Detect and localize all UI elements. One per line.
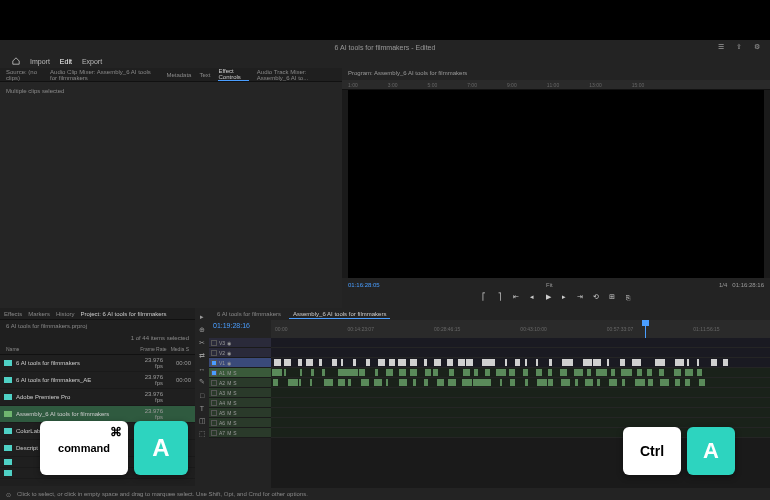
video-clip[interactable] [593, 359, 601, 366]
tab-history[interactable]: History [56, 311, 75, 317]
audio-clip[interactable] [697, 369, 703, 376]
track-toggle[interactable] [211, 410, 217, 416]
tool-1[interactable]: ⊕ [197, 325, 207, 335]
goto-in-button[interactable]: ⇤ [511, 292, 521, 302]
audio-clip[interactable] [463, 369, 470, 376]
tab-effect-controls[interactable]: Effect Controls [218, 68, 248, 81]
audio-clip[interactable] [272, 369, 282, 376]
video-track-v2[interactable] [271, 348, 770, 358]
solo-icon[interactable]: S [233, 390, 236, 396]
audio-clip[interactable] [349, 369, 358, 376]
tool-2[interactable]: ✂ [197, 338, 207, 348]
project-item[interactable]: Adobe Premiere Pro23.976 fps [0, 389, 195, 406]
audio-clip[interactable] [399, 369, 406, 376]
tool-4[interactable]: ↔ [197, 364, 207, 374]
audio-clip[interactable] [523, 369, 528, 376]
tab-project[interactable]: Project: 6 AI tools for filmmakers [81, 311, 167, 317]
video-clip[interactable] [549, 359, 552, 366]
video-clip[interactable] [562, 359, 570, 366]
track-header-a6[interactable]: A6MS [209, 418, 271, 428]
video-clip[interactable] [525, 359, 527, 366]
audio-clip[interactable] [575, 379, 578, 386]
track-toggle[interactable] [211, 420, 217, 426]
audio-clip[interactable] [311, 369, 314, 376]
tab-text[interactable]: Text [199, 72, 210, 78]
tab-source[interactable]: Source: (no clips) [6, 69, 42, 81]
tool-7[interactable]: T [197, 403, 207, 413]
audio-clip[interactable] [299, 379, 301, 386]
sequence-tab-1[interactable]: 6 AI tools for filmmakers [213, 310, 285, 318]
solo-icon[interactable]: S [233, 380, 236, 386]
audio-clip[interactable] [474, 369, 478, 376]
video-clip[interactable] [424, 359, 427, 366]
audio-clip[interactable] [361, 379, 369, 386]
video-clip[interactable] [655, 359, 663, 366]
audio-clip[interactable] [410, 369, 417, 376]
tab-export[interactable]: Export [82, 58, 102, 65]
track-header-a2[interactable]: A2MS [209, 378, 271, 388]
audio-clip[interactable] [375, 369, 378, 376]
tab-audio-clip-mixer[interactable]: Audio Clip Mixer: Assembly_6 AI tools fo… [50, 69, 158, 81]
program-ruler[interactable]: 1:003:005:007:009:0011:0013:0015:00 [342, 80, 770, 90]
audio-clip[interactable] [660, 379, 668, 386]
tool-9[interactable]: ⬚ [197, 429, 207, 439]
audio-clip[interactable] [685, 369, 693, 376]
track-header-v1[interactable]: V1◉ [209, 358, 271, 368]
track-toggle[interactable] [211, 350, 217, 356]
timeline-tracks[interactable] [271, 338, 770, 500]
track-header-a5[interactable]: A5MS [209, 408, 271, 418]
tab-effects[interactable]: Effects [4, 311, 22, 317]
project-item[interactable]: 6 AI tools for filmmakers_AE23.976 fps00… [0, 372, 195, 389]
audio-clip[interactable] [433, 369, 438, 376]
eye-icon[interactable]: ◉ [227, 340, 231, 346]
audio-clip[interactable] [597, 379, 600, 386]
tool-8[interactable]: ◫ [197, 416, 207, 426]
audio-clip[interactable] [509, 369, 515, 376]
project-breadcrumb[interactable]: 6 AI tools for filmmakers.prproj [6, 323, 87, 329]
mute-icon[interactable]: M [227, 420, 231, 426]
audio-clip[interactable] [473, 379, 484, 386]
audio-clip[interactable] [284, 369, 286, 376]
video-clip[interactable] [583, 359, 592, 366]
video-clip[interactable] [697, 359, 699, 366]
mute-icon[interactable]: M [227, 370, 231, 376]
share-icon[interactable]: ⇪ [734, 42, 744, 52]
audio-clip[interactable] [561, 379, 570, 386]
audio-clip[interactable] [399, 379, 407, 386]
audio-clip[interactable] [288, 379, 298, 386]
video-clip[interactable] [306, 359, 312, 366]
video-clip[interactable] [434, 359, 441, 366]
solo-icon[interactable]: S [233, 370, 236, 376]
video-clip[interactable] [607, 359, 609, 366]
audio-clip[interactable] [338, 369, 348, 376]
audio-clip[interactable] [462, 379, 472, 386]
video-clip[interactable] [274, 359, 281, 366]
audio-clip[interactable] [300, 369, 302, 376]
audio-clip[interactable] [386, 369, 394, 376]
audio-clip[interactable] [483, 379, 491, 386]
audio-track-a2[interactable] [271, 378, 770, 388]
video-clip[interactable] [711, 359, 717, 366]
audio-clip[interactable] [424, 379, 427, 386]
video-clip[interactable] [675, 359, 684, 366]
track-toggle[interactable] [211, 430, 217, 436]
audio-clip[interactable] [273, 379, 278, 386]
track-toggle[interactable] [211, 380, 217, 386]
audio-clip[interactable] [587, 369, 590, 376]
goto-out-button[interactable]: ⇥ [575, 292, 585, 302]
tool-5[interactable]: ✎ [197, 377, 207, 387]
timeline-timecode[interactable]: 01:19:28:16 [213, 322, 267, 329]
audio-clip[interactable] [348, 379, 351, 386]
eye-icon[interactable]: ◉ [227, 350, 231, 356]
video-clip[interactable] [398, 359, 406, 366]
video-track-v1[interactable] [271, 358, 770, 368]
track-header-v2[interactable]: V2◉ [209, 348, 271, 358]
workspaces-icon[interactable]: ☰ [716, 42, 726, 52]
video-clip[interactable] [536, 359, 538, 366]
video-clip[interactable] [458, 359, 465, 366]
video-clip[interactable] [284, 359, 291, 366]
audio-track-a5[interactable] [271, 408, 770, 418]
mute-icon[interactable]: M [227, 380, 231, 386]
video-clip[interactable] [319, 359, 322, 366]
audio-clip[interactable] [448, 379, 456, 386]
